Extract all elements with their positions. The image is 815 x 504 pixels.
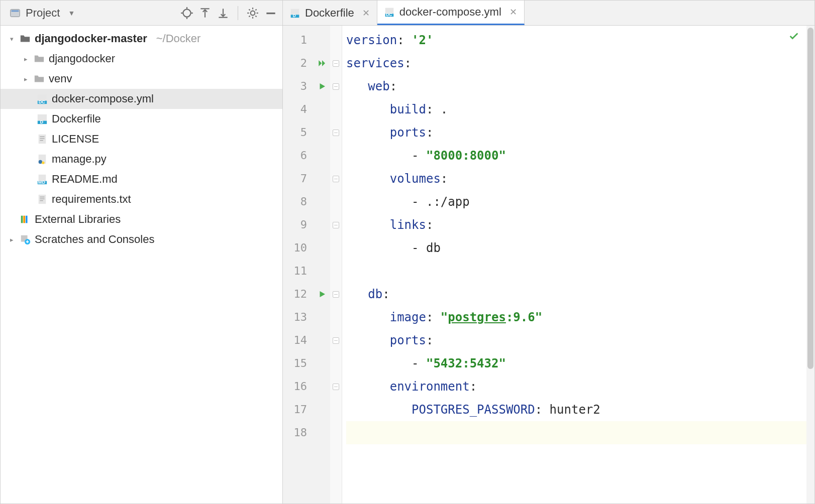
run-gutter-cell — [314, 329, 330, 352]
run-gutter-cell[interactable] — [314, 283, 330, 306]
run-gutter-cell — [314, 375, 330, 398]
code-line[interactable]: volumes: — [346, 167, 806, 190]
chevron-right-icon: ▸ — [8, 236, 16, 243]
svg-point-2 — [183, 9, 190, 17]
text-file-icon — [37, 134, 48, 145]
expand-all-icon[interactable] — [198, 7, 212, 20]
code-line[interactable]: - "5432:5432" — [346, 352, 806, 375]
tree-file-manage-py[interactable]: manage.py — [1, 149, 282, 169]
svg-line-17 — [255, 16, 256, 17]
fold-toggle-icon[interactable] — [333, 222, 339, 228]
line-number: 7 — [283, 167, 314, 190]
editor-tab-dockerfile[interactable]: D Dockerfile ✕ — [283, 1, 377, 25]
fold-toggle-icon[interactable] — [333, 60, 339, 67]
tree-folder[interactable]: ▸ venv — [1, 69, 282, 89]
fold-toggle-icon[interactable] — [333, 291, 339, 298]
code-line[interactable]: web: — [346, 75, 806, 98]
project-view-selector[interactable]: Project ▼ — [10, 7, 75, 20]
close-icon[interactable]: ✕ — [510, 7, 517, 18]
code-line[interactable]: - "8000:8000" — [346, 144, 806, 167]
tree-file-requirements[interactable]: requirements.txt — [1, 189, 282, 209]
editor-pane: D Dockerfile ✕ DC docker-compose.yml ✕ 1… — [283, 1, 814, 503]
fold-gutter-cell — [330, 306, 342, 329]
minimize-icon[interactable] — [264, 7, 277, 20]
code-line[interactable]: ports: — [346, 121, 806, 144]
locate-icon[interactable] — [180, 7, 193, 20]
run-gutter-cell — [314, 98, 330, 121]
run-gutter-cell — [314, 213, 330, 236]
code-editor[interactable]: 123456789101112131415161718 version: '2'… — [283, 26, 814, 503]
code-line[interactable] — [346, 421, 806, 444]
code-line[interactable]: version: '2' — [346, 29, 806, 52]
tree-file-readme[interactable]: MD README.md — [1, 169, 282, 189]
tree-file-dockerfile[interactable]: D Dockerfile — [1, 109, 282, 129]
tree-external-libraries[interactable]: ▸ External Libraries — [1, 209, 282, 229]
code-line[interactable]: services: — [346, 52, 806, 75]
editor-tab-docker-compose[interactable]: DC docker-compose.yml ✕ — [377, 1, 525, 25]
tree-folder[interactable]: ▸ djangodocker — [1, 49, 282, 69]
tree-item-label: External Libraries — [35, 213, 121, 226]
svg-rect-37 — [39, 195, 46, 204]
chevron-down-icon: ▾ — [8, 35, 16, 43]
collapse-all-icon[interactable] — [217, 7, 230, 20]
fold-toggle-icon[interactable] — [333, 130, 339, 136]
code-line[interactable]: db: — [346, 283, 806, 306]
run-all-icon[interactable] — [318, 59, 327, 68]
code-content[interactable]: version: '2'services: web: build: . port… — [342, 26, 806, 503]
fold-toggle-icon[interactable] — [333, 384, 339, 390]
svg-rect-43 — [26, 216, 28, 223]
code-line[interactable]: links: — [346, 213, 806, 236]
project-sidebar: Project ▼ ▾ djangodocker-master ~/Docker… — [1, 1, 283, 503]
inspection-ok-icon[interactable] — [788, 31, 799, 42]
fold-gutter-cell — [330, 352, 342, 375]
fold-gutter-cell[interactable] — [330, 329, 342, 352]
fold-gutter-cell[interactable] — [330, 167, 342, 190]
run-icon[interactable] — [318, 290, 327, 299]
fold-gutter-cell[interactable] — [330, 213, 342, 236]
line-number: 3 — [283, 75, 314, 98]
code-line[interactable]: environment: — [346, 375, 806, 398]
line-number: 18 — [283, 421, 314, 444]
run-gutter-cell — [314, 190, 330, 213]
fold-gutter-cell — [330, 98, 342, 121]
run-gutter-cell[interactable] — [314, 52, 330, 75]
fold-gutter-cell[interactable] — [330, 283, 342, 306]
fold-toggle-icon[interactable] — [333, 83, 339, 90]
fold-toggle-icon[interactable] — [333, 337, 339, 344]
fold-gutter-cell — [330, 260, 342, 283]
line-number: 9 — [283, 213, 314, 236]
code-line[interactable]: build: . — [346, 98, 806, 121]
tree-root[interactable]: ▾ djangodocker-master ~/Docker — [1, 29, 282, 49]
fold-gutter-cell[interactable] — [330, 52, 342, 75]
code-line[interactable]: - db — [346, 236, 806, 260]
gear-icon[interactable] — [246, 7, 259, 20]
line-number: 15 — [283, 352, 314, 375]
vertical-scrollbar[interactable] — [806, 26, 814, 503]
tree-scratches[interactable]: ▸ Scratches and Consoles — [1, 229, 282, 249]
fold-gutter-cell[interactable] — [330, 75, 342, 98]
fold-gutter-cell[interactable] — [330, 121, 342, 144]
tree-file-license[interactable]: LICENSE — [1, 129, 282, 149]
code-line[interactable] — [346, 260, 806, 283]
code-line[interactable]: ports: — [346, 329, 806, 352]
svg-text:D: D — [293, 13, 296, 18]
run-gutter-cell[interactable] — [314, 75, 330, 98]
folder-icon — [34, 53, 45, 64]
fold-gutter-cell — [330, 29, 342, 52]
fold-toggle-icon[interactable] — [333, 176, 339, 182]
scrollbar-thumb[interactable] — [807, 28, 813, 369]
svg-line-18 — [249, 16, 250, 17]
code-line[interactable]: - .:/app — [346, 190, 806, 213]
code-line[interactable]: POSTGRES_PASSWORD: hunter2 — [346, 398, 806, 421]
tree-file-docker-compose[interactable]: DC docker-compose.yml — [1, 89, 282, 109]
libraries-icon — [20, 214, 31, 225]
close-icon[interactable]: ✕ — [362, 8, 370, 19]
run-gutter-cell — [314, 236, 330, 260]
project-tree[interactable]: ▾ djangodocker-master ~/Docker ▸ djangod… — [1, 26, 282, 503]
run-icon[interactable] — [318, 82, 327, 91]
docker-compose-icon: DC — [37, 93, 48, 104]
fold-gutter-cell[interactable] — [330, 375, 342, 398]
code-line[interactable]: image: "postgres:9.6" — [346, 306, 806, 329]
tree-item-label: Scratches and Consoles — [35, 233, 154, 246]
run-gutter-cell — [314, 421, 330, 444]
